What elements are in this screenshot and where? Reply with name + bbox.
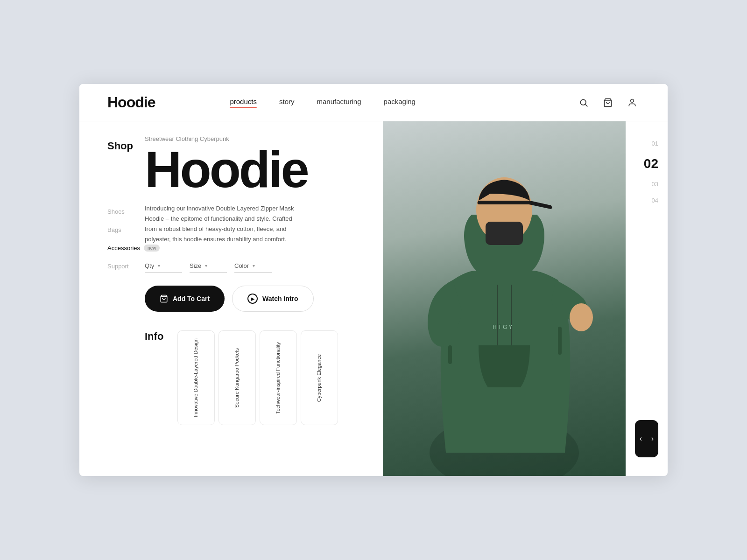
svg-line-1 [585, 104, 588, 106]
left-sidebar: Shop Shoes Bags Accessories new Support [79, 121, 135, 476]
main-content: Shop Shoes Bags Accessories new Support … [79, 121, 668, 476]
svg-rect-7 [486, 222, 523, 245]
svg-point-8 [570, 303, 593, 331]
product-background: HTGY [383, 121, 626, 476]
chevron-down-icon: ▾ [158, 263, 160, 268]
logo[interactable]: Hoodie [107, 94, 155, 111]
nav-story[interactable]: story [279, 98, 295, 107]
chevron-down-icon: ▾ [205, 263, 207, 268]
header: Hoodie products story manufacturing pack… [79, 84, 668, 121]
sidebar-item-shoes[interactable]: Shoes [107, 208, 126, 215]
play-icon: ▶ [247, 294, 258, 304]
info-section: Info Innovative Double-Layered Design Se… [145, 330, 364, 425]
slide-04[interactable]: 04 [652, 197, 658, 204]
sidebar-item-accessories[interactable]: Accessories new [107, 245, 126, 252]
header-icons [576, 95, 640, 110]
sidebar-navigation: Shoes Bags Accessories new Support [107, 208, 126, 270]
user-icon[interactable] [625, 95, 640, 110]
next-arrow-button[interactable]: › [651, 434, 654, 443]
product-dropdowns: Qty ▾ Size ▾ Color ▾ [145, 259, 364, 273]
product-description: Introducing our innovative Double Layere… [145, 203, 303, 245]
cart-icon[interactable] [600, 95, 615, 110]
info-cards: Innovative Double-Layered Design Secure … [177, 330, 342, 425]
nav-products[interactable]: products [230, 98, 257, 107]
sidebar-item-support[interactable]: Support [107, 263, 126, 270]
nav-manufacturing[interactable]: manufacturing [317, 98, 361, 107]
action-buttons: Add To Cart ▶ Watch Intro [145, 286, 364, 312]
svg-point-0 [580, 99, 586, 105]
color-dropdown[interactable]: Color ▾ [234, 259, 272, 273]
info-card-0: Innovative Double-Layered Design [177, 330, 215, 425]
info-card-1: Secure Kangaroo Pockets [218, 330, 256, 425]
shop-label: Shop [107, 140, 126, 152]
slide-01[interactable]: 01 [652, 140, 658, 147]
product-title: Hoodie [145, 146, 364, 192]
sidebar-item-bags[interactable]: Bags [107, 226, 126, 233]
svg-rect-13 [448, 345, 452, 364]
main-nav: products story manufacturing packaging [230, 98, 416, 107]
prev-arrow-button[interactable]: ‹ [640, 434, 642, 443]
add-to-cart-button[interactable]: Add To Cart [145, 286, 225, 312]
slide-numbers: 01 02 03 04 [635, 140, 658, 204]
info-label: Info [145, 330, 168, 343]
size-dropdown[interactable]: Size ▾ [190, 259, 227, 273]
qty-dropdown[interactable]: Qty ▾ [145, 259, 182, 273]
svg-rect-12 [558, 327, 562, 355]
info-card-3: Cyberpunk Elegance [301, 330, 338, 425]
chevron-down-icon: ▾ [253, 263, 255, 268]
svg-point-3 [631, 99, 634, 102]
cart-icon [160, 294, 168, 303]
slide-03[interactable]: 03 [652, 181, 658, 188]
info-card-2: Techwear-inspired Functionality [260, 330, 297, 425]
product-section: Streetwear Clothing Cyberpunk Hoodie Int… [135, 121, 383, 476]
person-illustration: HTGY [406, 149, 602, 476]
nav-packaging[interactable]: packaging [384, 98, 416, 107]
search-icon[interactable] [576, 95, 591, 110]
right-sidebar: 01 02 03 04 ‹ › [626, 121, 668, 476]
navigation-arrows: ‹ › [635, 420, 658, 457]
slide-02[interactable]: 02 [644, 156, 658, 171]
watch-intro-button[interactable]: ▶ Watch Intro [232, 286, 313, 312]
svg-text:HTGY: HTGY [493, 324, 514, 330]
main-window: Hoodie products story manufacturing pack… [79, 84, 668, 476]
hero-image: HTGY [383, 121, 626, 476]
